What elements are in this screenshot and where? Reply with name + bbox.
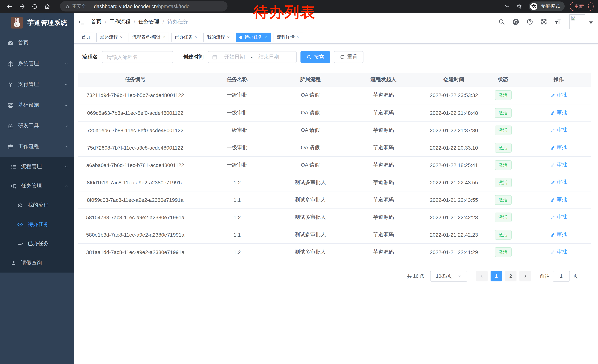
avatar[interactable] [569,15,585,29]
date-range-picker[interactable]: 开始日期 - 结束日期 [208,51,297,63]
approve-link[interactable]: 审批 [550,214,567,220]
search-icon[interactable] [498,18,505,25]
breadcrumb-item[interactable]: 首页 [91,18,101,25]
cell-process: OA 请假 [282,104,339,121]
approve-link[interactable]: 审批 [550,144,567,151]
sidebar-item-infra[interactable]: 基础设施 [0,95,74,115]
approve-link[interactable]: 审批 [550,196,567,203]
tab-close-icon[interactable]: × [265,35,267,40]
approve-link[interactable]: 审批 [550,109,567,116]
sidebar-item-workflow[interactable]: 工作流程 [0,136,74,157]
tab-流程详情[interactable]: 流程详情× [273,32,303,42]
browser-menu-icon[interactable] [586,4,591,9]
approve-link[interactable]: 审批 [550,179,567,186]
annotation-text: 待办列表 [253,4,316,20]
approve-link-label: 审批 [557,179,567,186]
tab-close-icon[interactable]: × [163,35,165,40]
tab-close-icon[interactable]: × [297,35,299,40]
cell-initiator: 芋道源码 [339,226,428,243]
password-key-icon[interactable] [504,3,510,9]
next-page-button[interactable] [519,271,531,281]
page-size-select[interactable]: 10条/页 [430,270,467,282]
avatar-caret-icon[interactable] [589,22,593,26]
table-row: 069c6a63-7b8a-11ec-8ef0-acde48001122一级审批… [78,104,591,121]
sidebar-item-task-mgmt[interactable]: 任务管理 [0,176,74,195]
cell-task-id: 8f0d1619-7ac8-11ec-a9e2-a2380e71991a [78,174,193,191]
update-label: 更新 [574,3,584,10]
reset-refresh-icon [340,54,345,60]
sidebar-collapse-icon[interactable] [78,18,85,25]
help-icon[interactable] [526,18,533,25]
approve-link[interactable]: 审批 [550,249,567,255]
breadcrumb-item[interactable]: 任务管理 [139,18,159,25]
browser-home-icon[interactable] [42,1,52,11]
address-bar[interactable]: 不安全 dashboard.yudao.iocoder.cn/bpm/task/… [60,1,227,11]
table-row: 8f0d1619-7ac8-11ec-a9e2-a2380e71991a1.2测… [78,174,591,191]
sidebar-item-my-process[interactable]: 我的流程 [0,195,74,215]
dashboard-icon [8,40,14,46]
sidebar-item-done-tasks[interactable]: 已办任务 [0,234,74,253]
cell-process: 测试多审批人 [282,174,339,191]
tab-首页[interactable]: 首页 [78,32,94,42]
approve-link[interactable]: 审批 [550,127,567,133]
bookmark-star-icon[interactable] [516,3,522,9]
browser-back-icon[interactable] [4,1,14,11]
range-separator: - [251,54,252,60]
sidebar-item-leave-query[interactable]: 请假查询 [0,253,74,273]
end-date-placeholder[interactable]: 结束日期 [256,54,282,60]
cell-created-time: 2022-01-22 18:25:41 [428,156,480,174]
approve-link[interactable]: 审批 [550,162,567,168]
start-date-placeholder[interactable]: 开始日期 [221,54,248,60]
browser-reload-icon[interactable] [30,1,39,11]
sidebar-item-system[interactable]: 系统管理 [0,53,74,74]
goto-page-input[interactable] [553,270,570,282]
tab-待办任务[interactable]: 待办任务× [236,32,271,42]
chevron-down-icon [64,61,68,66]
security-chip[interactable]: 不安全 [65,3,86,9]
tab-close-icon[interactable]: × [227,35,230,40]
tags-view: 首页发起流程×流程表单-编辑×已办任务×我的流程×待办任务×流程详情× [74,31,598,44]
cell-initiator: 芋道源码 [339,156,428,174]
status-badge: 激活 [494,230,512,239]
approve-link[interactable]: 审批 [550,92,567,98]
browser-forward-icon[interactable] [17,1,27,11]
sidebar-item-process-mgmt[interactable]: 流程管理 [0,157,74,176]
tab-close-icon[interactable]: × [195,35,198,40]
search-button[interactable]: 搜索 [300,51,330,63]
tab-发起流程[interactable]: 发起流程× [96,32,126,42]
browser-update-button[interactable]: 更新 [570,2,594,11]
tab-已办任务[interactable]: 已办任务× [171,32,201,42]
fullscreen-icon[interactable] [540,18,547,25]
cell-status: 激活 [480,139,526,156]
sidebar-item-devtools[interactable]: 研发工具 [0,115,74,136]
sidebar-submenu: 流程管理任务管理我的流程待办任务已办任务请假查询 [0,157,74,273]
chevron-up-icon [64,144,68,149]
tab-流程表单-编辑[interactable]: 流程表单-编辑× [129,32,169,42]
search-button-icon [307,54,312,60]
toolbox-icon [8,123,14,129]
sidebar-item-payment[interactable]: 支付管理 [0,74,74,95]
sidebar-item-todo-tasks[interactable]: 待办任务 [0,215,74,234]
security-label: 不安全 [72,3,86,9]
chevron-left-icon [479,274,484,278]
status-badge: 激活 [494,195,512,205]
font-size-icon[interactable] [555,18,561,25]
approve-link[interactable]: 审批 [550,231,567,238]
process-name-input[interactable] [102,51,173,63]
page-button-1[interactable]: 1 [490,271,502,281]
prev-page-button[interactable] [476,271,488,281]
page-button-2[interactable]: 2 [505,271,516,281]
tab-我的流程[interactable]: 我的流程× [203,32,233,42]
reset-button[interactable]: 重置 [334,51,364,63]
breadcrumb-item[interactable]: 工作流程 [110,18,130,25]
pencil-icon [550,250,555,254]
pencil-icon [550,162,555,167]
sidebar-item-home[interactable]: 首页 [0,32,74,53]
table-row: 381aa1dd-7ac8-11ec-a9e2-a2380e71991a1.2测… [78,243,591,261]
chevron-up-icon [64,184,68,188]
cell-action: 审批 [526,174,591,191]
cell-task-id: 580e1b3d-7ac8-11ec-a9e2-a2380e71991a [78,226,193,243]
tab-close-icon[interactable]: × [120,35,123,40]
github-icon[interactable] [512,18,519,25]
cell-task-id: a6aba0a4-7b6d-11ec-b781-acde48001122 [78,156,193,174]
